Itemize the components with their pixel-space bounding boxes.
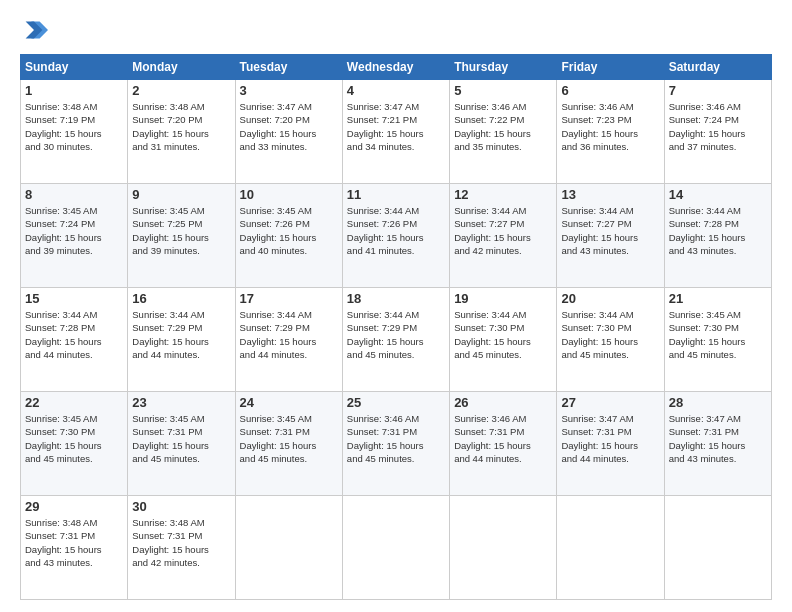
day-number: 1: [25, 83, 123, 98]
day-info: Sunrise: 3:44 AM Sunset: 7:28 PM Dayligh…: [25, 308, 123, 361]
day-info: Sunrise: 3:46 AM Sunset: 7:23 PM Dayligh…: [561, 100, 659, 153]
week-row-5: 29Sunrise: 3:48 AM Sunset: 7:31 PM Dayli…: [21, 496, 772, 600]
day-number: 13: [561, 187, 659, 202]
calendar-cell: 7Sunrise: 3:46 AM Sunset: 7:24 PM Daylig…: [664, 80, 771, 184]
day-number: 20: [561, 291, 659, 306]
calendar-cell: 29Sunrise: 3:48 AM Sunset: 7:31 PM Dayli…: [21, 496, 128, 600]
calendar-cell: 24Sunrise: 3:45 AM Sunset: 7:31 PM Dayli…: [235, 392, 342, 496]
day-info: Sunrise: 3:48 AM Sunset: 7:20 PM Dayligh…: [132, 100, 230, 153]
calendar-cell: 12Sunrise: 3:44 AM Sunset: 7:27 PM Dayli…: [450, 184, 557, 288]
calendar-cell: 13Sunrise: 3:44 AM Sunset: 7:27 PM Dayli…: [557, 184, 664, 288]
logo-icon: [20, 16, 48, 44]
day-number: 12: [454, 187, 552, 202]
calendar-cell: 16Sunrise: 3:44 AM Sunset: 7:29 PM Dayli…: [128, 288, 235, 392]
day-info: Sunrise: 3:47 AM Sunset: 7:20 PM Dayligh…: [240, 100, 338, 153]
week-row-4: 22Sunrise: 3:45 AM Sunset: 7:30 PM Dayli…: [21, 392, 772, 496]
calendar-cell: [664, 496, 771, 600]
day-info: Sunrise: 3:45 AM Sunset: 7:31 PM Dayligh…: [132, 412, 230, 465]
header: [20, 16, 772, 44]
weekday-header-sunday: Sunday: [21, 55, 128, 80]
calendar-cell: 3Sunrise: 3:47 AM Sunset: 7:20 PM Daylig…: [235, 80, 342, 184]
day-info: Sunrise: 3:44 AM Sunset: 7:29 PM Dayligh…: [347, 308, 445, 361]
week-row-2: 8Sunrise: 3:45 AM Sunset: 7:24 PM Daylig…: [21, 184, 772, 288]
day-number: 23: [132, 395, 230, 410]
day-info: Sunrise: 3:45 AM Sunset: 7:30 PM Dayligh…: [669, 308, 767, 361]
day-info: Sunrise: 3:46 AM Sunset: 7:31 PM Dayligh…: [454, 412, 552, 465]
day-number: 10: [240, 187, 338, 202]
calendar-cell: 9Sunrise: 3:45 AM Sunset: 7:25 PM Daylig…: [128, 184, 235, 288]
day-info: Sunrise: 3:48 AM Sunset: 7:19 PM Dayligh…: [25, 100, 123, 153]
calendar-cell: 22Sunrise: 3:45 AM Sunset: 7:30 PM Dayli…: [21, 392, 128, 496]
day-number: 26: [454, 395, 552, 410]
day-number: 19: [454, 291, 552, 306]
day-info: Sunrise: 3:44 AM Sunset: 7:30 PM Dayligh…: [454, 308, 552, 361]
day-info: Sunrise: 3:48 AM Sunset: 7:31 PM Dayligh…: [25, 516, 123, 569]
week-row-3: 15Sunrise: 3:44 AM Sunset: 7:28 PM Dayli…: [21, 288, 772, 392]
day-number: 15: [25, 291, 123, 306]
calendar-cell: 4Sunrise: 3:47 AM Sunset: 7:21 PM Daylig…: [342, 80, 449, 184]
day-number: 14: [669, 187, 767, 202]
day-info: Sunrise: 3:46 AM Sunset: 7:31 PM Dayligh…: [347, 412, 445, 465]
day-number: 21: [669, 291, 767, 306]
day-number: 4: [347, 83, 445, 98]
week-row-1: 1Sunrise: 3:48 AM Sunset: 7:19 PM Daylig…: [21, 80, 772, 184]
day-info: Sunrise: 3:44 AM Sunset: 7:29 PM Dayligh…: [132, 308, 230, 361]
calendar-cell: 11Sunrise: 3:44 AM Sunset: 7:26 PM Dayli…: [342, 184, 449, 288]
day-info: Sunrise: 3:44 AM Sunset: 7:26 PM Dayligh…: [347, 204, 445, 257]
calendar-cell: 2Sunrise: 3:48 AM Sunset: 7:20 PM Daylig…: [128, 80, 235, 184]
day-number: 2: [132, 83, 230, 98]
calendar-cell: 8Sunrise: 3:45 AM Sunset: 7:24 PM Daylig…: [21, 184, 128, 288]
day-info: Sunrise: 3:45 AM Sunset: 7:26 PM Dayligh…: [240, 204, 338, 257]
day-info: Sunrise: 3:46 AM Sunset: 7:22 PM Dayligh…: [454, 100, 552, 153]
calendar-cell: 5Sunrise: 3:46 AM Sunset: 7:22 PM Daylig…: [450, 80, 557, 184]
day-number: 17: [240, 291, 338, 306]
day-info: Sunrise: 3:48 AM Sunset: 7:31 PM Dayligh…: [132, 516, 230, 569]
calendar-cell: 27Sunrise: 3:47 AM Sunset: 7:31 PM Dayli…: [557, 392, 664, 496]
weekday-header-saturday: Saturday: [664, 55, 771, 80]
day-info: Sunrise: 3:47 AM Sunset: 7:31 PM Dayligh…: [561, 412, 659, 465]
day-info: Sunrise: 3:47 AM Sunset: 7:31 PM Dayligh…: [669, 412, 767, 465]
weekday-header-wednesday: Wednesday: [342, 55, 449, 80]
day-number: 9: [132, 187, 230, 202]
day-number: 5: [454, 83, 552, 98]
calendar-cell: 21Sunrise: 3:45 AM Sunset: 7:30 PM Dayli…: [664, 288, 771, 392]
calendar-cell: 26Sunrise: 3:46 AM Sunset: 7:31 PM Dayli…: [450, 392, 557, 496]
day-info: Sunrise: 3:45 AM Sunset: 7:25 PM Dayligh…: [132, 204, 230, 257]
day-number: 29: [25, 499, 123, 514]
day-number: 30: [132, 499, 230, 514]
calendar-cell: 30Sunrise: 3:48 AM Sunset: 7:31 PM Dayli…: [128, 496, 235, 600]
calendar-cell: [450, 496, 557, 600]
weekday-header-monday: Monday: [128, 55, 235, 80]
calendar-cell: 23Sunrise: 3:45 AM Sunset: 7:31 PM Dayli…: [128, 392, 235, 496]
day-info: Sunrise: 3:44 AM Sunset: 7:30 PM Dayligh…: [561, 308, 659, 361]
weekday-header-tuesday: Tuesday: [235, 55, 342, 80]
weekday-header-friday: Friday: [557, 55, 664, 80]
calendar-cell: 10Sunrise: 3:45 AM Sunset: 7:26 PM Dayli…: [235, 184, 342, 288]
calendar-cell: 14Sunrise: 3:44 AM Sunset: 7:28 PM Dayli…: [664, 184, 771, 288]
day-info: Sunrise: 3:45 AM Sunset: 7:31 PM Dayligh…: [240, 412, 338, 465]
day-info: Sunrise: 3:44 AM Sunset: 7:29 PM Dayligh…: [240, 308, 338, 361]
day-info: Sunrise: 3:44 AM Sunset: 7:27 PM Dayligh…: [454, 204, 552, 257]
calendar-table: SundayMondayTuesdayWednesdayThursdayFrid…: [20, 54, 772, 600]
calendar-cell: 18Sunrise: 3:44 AM Sunset: 7:29 PM Dayli…: [342, 288, 449, 392]
day-number: 24: [240, 395, 338, 410]
page: SundayMondayTuesdayWednesdayThursdayFrid…: [0, 0, 792, 612]
day-number: 25: [347, 395, 445, 410]
day-number: 22: [25, 395, 123, 410]
day-number: 27: [561, 395, 659, 410]
day-number: 3: [240, 83, 338, 98]
day-number: 28: [669, 395, 767, 410]
weekday-header-row: SundayMondayTuesdayWednesdayThursdayFrid…: [21, 55, 772, 80]
day-number: 7: [669, 83, 767, 98]
day-info: Sunrise: 3:44 AM Sunset: 7:27 PM Dayligh…: [561, 204, 659, 257]
calendar-cell: 6Sunrise: 3:46 AM Sunset: 7:23 PM Daylig…: [557, 80, 664, 184]
day-info: Sunrise: 3:44 AM Sunset: 7:28 PM Dayligh…: [669, 204, 767, 257]
day-info: Sunrise: 3:45 AM Sunset: 7:24 PM Dayligh…: [25, 204, 123, 257]
day-info: Sunrise: 3:46 AM Sunset: 7:24 PM Dayligh…: [669, 100, 767, 153]
day-number: 16: [132, 291, 230, 306]
calendar-cell: 25Sunrise: 3:46 AM Sunset: 7:31 PM Dayli…: [342, 392, 449, 496]
day-info: Sunrise: 3:47 AM Sunset: 7:21 PM Dayligh…: [347, 100, 445, 153]
logo: [20, 16, 52, 44]
calendar-cell: 15Sunrise: 3:44 AM Sunset: 7:28 PM Dayli…: [21, 288, 128, 392]
calendar-cell: 20Sunrise: 3:44 AM Sunset: 7:30 PM Dayli…: [557, 288, 664, 392]
